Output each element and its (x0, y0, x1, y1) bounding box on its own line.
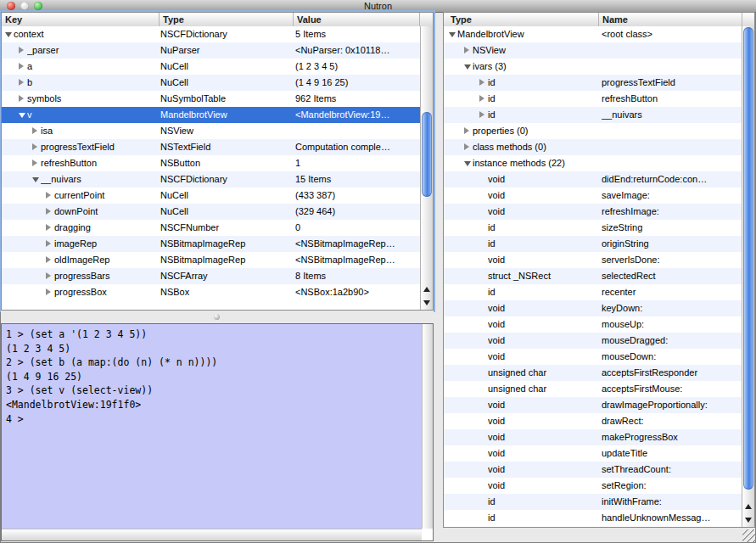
outline-row[interactable]: symbolsNuSymbolTable962 Items (2, 91, 420, 107)
scrollbar-thumb[interactable] (743, 27, 753, 490)
left-vertical-scrollbar[interactable] (420, 26, 433, 310)
outline-row[interactable]: voidrefreshImage: (444, 204, 742, 220)
outline-row[interactable]: instance methods (22) (444, 155, 742, 171)
outline-row[interactable]: aNuCell(1 2 3 4 5) (2, 59, 420, 75)
type-cell: NSCFNumber (160, 220, 294, 236)
outline-row[interactable]: unsigned characceptsFirstResponder (444, 365, 742, 381)
column-header-type[interactable]: Type (444, 13, 599, 26)
outline-row[interactable]: currentPointNuCell(433 387) (2, 188, 420, 204)
outline-row[interactable]: vMandelbrotView<MandelbrotView:19… (2, 107, 420, 123)
outline-row[interactable]: __nuivarsNSCFDictionary15 Items (2, 171, 420, 188)
console-vertical-scrollbar[interactable] (422, 324, 433, 529)
outline-row[interactable]: voidmouseUp: (444, 316, 742, 333)
outline-row[interactable]: idrefreshButton (444, 91, 742, 107)
disclosure-expanded-icon[interactable] (32, 177, 39, 182)
outline-row[interactable]: ivars (3) (444, 59, 742, 75)
disclosure-collapsed-icon[interactable] (46, 240, 51, 247)
scrollbar-corner (422, 529, 433, 540)
outline-row[interactable]: voidsetThreadCount: (444, 462, 742, 478)
disclosure-expanded-icon[interactable] (464, 161, 471, 166)
outline-row[interactable]: progressBoxNSBox<NSBox:1a2b90> (2, 284, 420, 300)
console-output[interactable]: 1 > (set a '(1 2 3 4 5))(1 2 3 4 5)2 > (… (2, 324, 422, 529)
outline-row[interactable]: imageRepNSBitmapImageRep<NSBitmapImageRe… (2, 236, 420, 252)
outline-row[interactable]: idrecenter (444, 284, 742, 300)
disclosure-collapsed-icon[interactable] (479, 111, 484, 118)
outline-row[interactable]: isaNSView (2, 123, 420, 139)
outline-row[interactable]: voidsaveImage: (444, 188, 742, 204)
outline-row[interactable]: idhandleUnknownMessag… (444, 510, 742, 526)
disclosure-collapsed-icon[interactable] (19, 47, 24, 53)
column-header-key[interactable]: Key (2, 13, 160, 26)
disclosure-collapsed-icon[interactable] (479, 79, 484, 86)
outline-row[interactable]: oldImageRepNSBitmapImageRep<NSBitmapImag… (2, 252, 420, 268)
disclosure-collapsed-icon[interactable] (32, 160, 37, 166)
disclosure-collapsed-icon[interactable] (19, 79, 24, 86)
outline-row[interactable]: draggingNSCFNumber0 (2, 220, 420, 236)
console-horizontal-scrollbar[interactable] (2, 529, 422, 540)
disclosure-collapsed-icon[interactable] (32, 143, 37, 150)
outline-row[interactable]: voidmakeProgressBox (444, 429, 742, 445)
outline-row[interactable]: voidkeyDown: (444, 300, 742, 316)
disclosure-collapsed-icon[interactable] (46, 192, 51, 199)
outline-row[interactable]: unsigned characceptsFirstMouse: (444, 381, 742, 397)
outline-row[interactable]: NSView (444, 42, 742, 59)
outline-row[interactable]: progressBarsNSCFArray8 Items (2, 268, 420, 284)
outline-row[interactable]: struct _NSRectselectedRect (444, 268, 742, 284)
outline-row[interactable]: refreshButtonNSButton1 (2, 155, 420, 171)
title-bar[interactable]: Nutron (0, 0, 756, 13)
outline-row[interactable]: downPointNuCell(329 464) (2, 204, 420, 220)
outline-row[interactable]: voidupdateTitle (444, 445, 742, 462)
disclosure-collapsed-icon[interactable] (32, 127, 37, 134)
outline-row[interactable]: voidserverIsDone: (444, 252, 742, 268)
name-cell (602, 42, 740, 59)
resize-grip[interactable] (742, 529, 755, 542)
scroll-up-button[interactable] (742, 500, 754, 513)
outline-row[interactable]: id__nuivars (444, 107, 742, 123)
disclosure-expanded-icon[interactable] (449, 32, 456, 37)
outline-row[interactable]: voidmouseDown: (444, 349, 742, 365)
scroll-up-button[interactable] (421, 283, 433, 296)
outline-row[interactable]: idsizeString (444, 220, 742, 236)
outline-row[interactable]: voidmouseDragged: (444, 333, 742, 349)
disclosure-collapsed-icon[interactable] (46, 208, 51, 215)
type-cell: void (488, 478, 601, 494)
scrollbar-thumb[interactable] (422, 112, 432, 197)
outline-row[interactable]: idoriginString (444, 236, 742, 252)
name-cell: originString (602, 236, 740, 252)
disclosure-collapsed-icon[interactable] (479, 95, 484, 102)
key-cell: oldImageRep (54, 252, 160, 268)
disclosure-collapsed-icon[interactable] (464, 127, 469, 134)
outline-row[interactable]: voidsetRegion: (444, 478, 742, 494)
disclosure-collapsed-icon[interactable] (46, 272, 51, 279)
column-header-name[interactable]: Name (599, 13, 742, 26)
outline-row[interactable]: idprogressTextField (444, 75, 742, 91)
disclosure-collapsed-icon[interactable] (46, 288, 51, 295)
outline-row[interactable]: idinitWithFrame: (444, 494, 742, 510)
disclosure-expanded-icon[interactable] (19, 113, 25, 118)
outline-row[interactable]: _parserNuParser<NuParser: 0x10118… (2, 42, 420, 59)
horizontal-splitter[interactable] (1, 311, 434, 323)
disclosure-collapsed-icon[interactable] (19, 63, 24, 70)
outline-row[interactable]: properties (0) (444, 123, 742, 139)
outline-row[interactable]: progressTextFieldNSTextFieldComputation … (2, 139, 420, 155)
disclosure-collapsed-icon[interactable] (46, 224, 51, 231)
disclosure-collapsed-icon[interactable] (19, 95, 24, 102)
disclosure-collapsed-icon[interactable] (464, 47, 469, 53)
outline-row[interactable]: voiddrawImageProportionally: (444, 397, 742, 413)
disclosure-collapsed-icon[interactable] (464, 143, 469, 150)
right-vertical-scrollbar[interactable] (742, 26, 754, 527)
outline-row[interactable]: voiddidEnd:returnCode:con… (444, 171, 742, 188)
disclosure-expanded-icon[interactable] (5, 32, 12, 37)
column-header-value[interactable]: Value (294, 13, 420, 26)
disclosure-collapsed-icon[interactable] (46, 256, 51, 263)
name-cell: sizeString (602, 220, 740, 236)
outline-row[interactable]: contextNSCFDictionary5 Items (2, 26, 420, 42)
scroll-down-button[interactable] (742, 513, 754, 527)
outline-row[interactable]: bNuCell(1 4 9 16 25) (2, 75, 420, 91)
column-header-type[interactable]: Type (160, 13, 294, 26)
outline-row[interactable]: voiddrawRect: (444, 413, 742, 429)
outline-row[interactable]: MandelbrotView<root class> (444, 26, 742, 42)
scroll-down-button[interactable] (421, 296, 433, 310)
outline-row[interactable]: class methods (0) (444, 139, 742, 155)
disclosure-expanded-icon[interactable] (464, 64, 471, 70)
